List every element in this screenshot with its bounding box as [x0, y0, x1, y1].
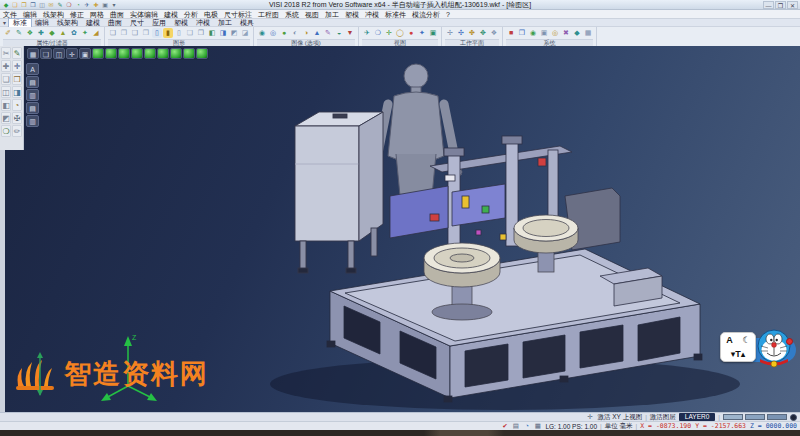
view-orientation-button[interactable]: ✛: [66, 48, 78, 59]
text-size-button[interactable]: ▾T▴: [731, 349, 746, 359]
menu-item[interactable]: 电极: [201, 10, 221, 19]
ribbon-icon[interactable]: ▮: [163, 28, 173, 38]
viewport-side-button[interactable]: ▥: [26, 89, 39, 101]
ribbon-icon[interactable]: ✎: [14, 28, 24, 38]
view-orientation-button[interactable]: [196, 48, 208, 59]
quick-access-icon[interactable]: ❒: [29, 1, 37, 9]
view-orientation-button[interactable]: [183, 48, 195, 59]
ribbon-tab[interactable]: 编辑: [31, 19, 53, 27]
view-orientation-button[interactable]: [144, 48, 156, 59]
quick-access-icon[interactable]: ✎: [56, 1, 64, 9]
moon-icon[interactable]: ☾: [742, 335, 750, 345]
view-orientation-button[interactable]: ◫: [53, 48, 65, 59]
quick-access-icon[interactable]: ❐: [20, 1, 28, 9]
ribbon-tab[interactable]: 尺寸: [126, 19, 148, 27]
ribbon-icon[interactable]: ◎: [550, 28, 560, 38]
menu-item[interactable]: 视图: [302, 10, 322, 19]
menu-item[interactable]: 系统: [282, 10, 302, 19]
ribbon-icon[interactable]: ❐: [119, 28, 129, 38]
ribbon-icon[interactable]: ❖: [25, 28, 35, 38]
layer-color-swatch[interactable]: [723, 414, 743, 420]
layer-color-swatch[interactable]: [767, 414, 787, 420]
menu-item[interactable]: 尺寸标注: [221, 10, 255, 19]
view-orientation-button[interactable]: [92, 48, 104, 59]
menu-item[interactable]: 编辑: [20, 10, 40, 19]
left-toolbar-icon[interactable]: ✏: [12, 125, 22, 137]
ribbon-icon[interactable]: ❍: [373, 28, 383, 38]
viewport-side-button[interactable]: ▤: [26, 102, 39, 114]
left-toolbar-icon[interactable]: ❒: [12, 73, 22, 85]
menu-item[interactable]: 分析: [181, 10, 201, 19]
quick-access-icon[interactable]: ❍: [65, 1, 73, 9]
left-toolbar-icon[interactable]: ✎: [12, 47, 22, 59]
left-toolbar-icon[interactable]: ◨: [12, 86, 22, 98]
viewport-side-button[interactable]: ▥: [26, 115, 39, 127]
menu-item[interactable]: 冲模: [362, 10, 382, 19]
ribbon-icon[interactable]: ❏: [185, 28, 195, 38]
view-orientation-button[interactable]: ▣: [79, 48, 91, 59]
view-orientation-button[interactable]: [105, 48, 117, 59]
ribbon-icon[interactable]: ◆: [572, 28, 582, 38]
left-toolbar-icon[interactable]: ❍: [1, 125, 11, 137]
ribbon-icon[interactable]: ❖: [489, 28, 499, 38]
ribbon-icon[interactable]: ■: [506, 28, 516, 38]
ribbon-icon[interactable]: ✖: [561, 28, 571, 38]
menu-item[interactable]: 线架构: [40, 10, 67, 19]
menu-item[interactable]: 加工: [322, 10, 342, 19]
quick-access-icon[interactable]: ▣: [101, 1, 109, 9]
quick-access-icon[interactable]: ✚: [92, 1, 100, 9]
left-toolbar-icon[interactable]: ❏: [1, 73, 11, 85]
view-orientation-button[interactable]: [131, 48, 143, 59]
window-control-button[interactable]: ✕: [787, 1, 798, 9]
ribbon-tab[interactable]: 标准: [9, 19, 31, 27]
active-layer-badge[interactable]: LAYER0: [679, 413, 715, 421]
ribbon-icon[interactable]: ✛: [384, 28, 394, 38]
ribbon-icon[interactable]: ◧: [207, 28, 217, 38]
ribbon-icon[interactable]: ◆: [47, 28, 57, 38]
ribbon-icon[interactable]: ▯: [152, 28, 162, 38]
ribbon-tab[interactable]: 模具: [236, 19, 258, 27]
ribbon-tab[interactable]: 建模: [82, 19, 104, 27]
ime-language-button[interactable]: A: [726, 335, 733, 345]
ribbon-icon[interactable]: ◯: [395, 28, 405, 38]
left-toolbar-icon[interactable]: ✛: [12, 60, 22, 72]
ribbon-icon[interactable]: ◉: [257, 28, 267, 38]
ribbon-icon[interactable]: ◎: [268, 28, 278, 38]
menu-item[interactable]: 曲面: [107, 10, 127, 19]
ribbon-icon[interactable]: ✣: [456, 28, 466, 38]
ribbon-icon[interactable]: ◐: [290, 28, 300, 38]
quick-access-icon[interactable]: ◔: [74, 1, 82, 9]
ribbon-icon[interactable]: ▯: [174, 28, 184, 38]
menu-item[interactable]: 实体编辑: [127, 10, 161, 19]
quick-access-icon[interactable]: ◆: [2, 1, 10, 9]
ribbon-tab[interactable]: 曲面: [104, 19, 126, 27]
view-orientation-button[interactable]: [170, 48, 182, 59]
quick-access-icon[interactable]: ◫: [38, 1, 46, 9]
ribbon-icon[interactable]: ❏: [108, 28, 118, 38]
ribbon-icon[interactable]: ●: [406, 28, 416, 38]
ribbon-tab[interactable]: 应用: [148, 19, 170, 27]
menu-item[interactable]: 建模: [161, 10, 181, 19]
ribbon-tab[interactable]: 塑模: [170, 19, 192, 27]
status-icon[interactable]: ▦: [533, 422, 542, 430]
quick-access-icon[interactable]: ✈: [83, 1, 91, 9]
status-icon[interactable]: ◔: [522, 422, 531, 430]
menu-item[interactable]: 塑模: [342, 10, 362, 19]
ribbon-icon[interactable]: ✿: [69, 28, 79, 38]
chevron-down-icon[interactable]: ▾: [0, 19, 9, 26]
menu-item[interactable]: 模流分析: [409, 10, 443, 19]
view-orientation-button[interactable]: ❏: [40, 48, 52, 59]
quick-access-icon[interactable]: ❏: [11, 1, 19, 9]
ribbon-icon[interactable]: ▦: [583, 28, 593, 38]
ribbon-icon[interactable]: ▣: [539, 28, 549, 38]
ribbon-icon[interactable]: ▼: [345, 28, 355, 38]
ribbon-icon[interactable]: ▲: [58, 28, 68, 38]
left-toolbar-icon[interactable]: ◩: [1, 112, 11, 124]
ribbon-icon[interactable]: ◢: [91, 28, 101, 38]
left-toolbar-icon[interactable]: ◔: [12, 99, 22, 111]
ribbon-icon[interactable]: ✚: [36, 28, 46, 38]
left-toolbar-icon[interactable]: ✂: [1, 47, 11, 59]
status-icon[interactable]: ✔: [500, 422, 509, 430]
window-control-button[interactable]: —: [763, 1, 774, 9]
quick-access-icon[interactable]: ✉: [47, 1, 55, 9]
